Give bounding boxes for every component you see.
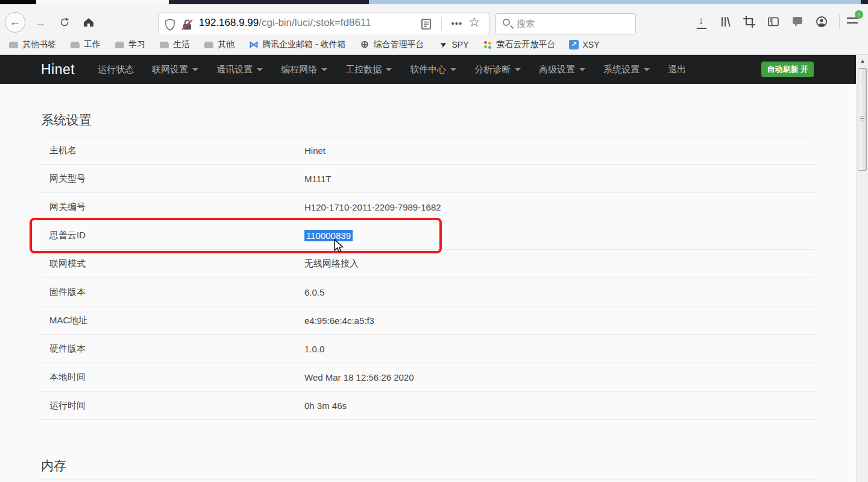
- search-icon: [503, 19, 510, 26]
- table-row: 联网模式 无线网络接入: [41, 250, 815, 278]
- folder-icon: [115, 40, 125, 49]
- nav-menu-item[interactable]: 分析诊断: [474, 64, 521, 75]
- bookmark-item[interactable]: 其他书签: [8, 39, 56, 50]
- nav-menu-label: 软件中心: [410, 64, 446, 75]
- sidebar-icon: [767, 16, 779, 27]
- reload-button[interactable]: [54, 12, 75, 33]
- nav-menu-item[interactable]: 退出: [668, 64, 686, 75]
- row-value-text[interactable]: Hinet: [304, 145, 326, 156]
- account-icon: [816, 16, 828, 28]
- url-fade: [357, 14, 423, 33]
- bookmark-label: 生活: [173, 39, 190, 50]
- row-value-text[interactable]: 无线网络接入: [304, 258, 359, 268]
- system-info-table: 主机名 Hinet 网关型号 M111T 网关编号 H120-1710-2011…: [41, 136, 815, 420]
- row-value-text[interactable]: Wed Mar 18 12:56:26 2020: [304, 372, 414, 382]
- nav-menu-item[interactable]: 系统设置: [603, 64, 650, 75]
- row-label: 本地时间: [49, 372, 304, 383]
- site-navbar: Hinet 运行状态 联网设置 通讯设置 编程网络 工控数据 软件中心: [0, 55, 856, 84]
- urlbar-divider: [441, 17, 442, 31]
- scrollbar-thumb[interactable]: [858, 68, 867, 171]
- spy-icon: [438, 40, 448, 49]
- bookmark-item[interactable]: 生活: [159, 39, 190, 50]
- toolbar-divider: [839, 14, 840, 29]
- insecure-lock-icon[interactable]: [181, 19, 194, 31]
- bookmark-star-icon[interactable]: ☆: [468, 14, 480, 30]
- nav-menu-item[interactable]: 运行状态: [98, 64, 134, 75]
- table-row: 硬件版本 1.0.0: [41, 335, 815, 363]
- globe-icon: [359, 40, 370, 49]
- row-label: 联网模式: [49, 258, 304, 270]
- bookmark-item[interactable]: SPY: [438, 40, 468, 49]
- bookmark-item[interactable]: 工作: [70, 39, 101, 50]
- folder-icon: [70, 40, 80, 49]
- row-label: 思普云ID: [49, 230, 304, 241]
- library-button[interactable]: [717, 14, 733, 30]
- app-menu-button[interactable]: ↑: [845, 14, 861, 30]
- back-button[interactable]: ←: [5, 12, 25, 33]
- nav-menu-item[interactable]: 联网设置: [152, 64, 198, 75]
- nav-menu-item[interactable]: 通讯设置: [216, 64, 263, 75]
- row-value-text[interactable]: 0h 3m 46s: [304, 401, 347, 411]
- nav-menu-item[interactable]: 编程网络: [281, 64, 327, 75]
- messenger-button[interactable]: [790, 14, 805, 30]
- sidebars-button[interactable]: [766, 14, 781, 30]
- row-value-text[interactable]: 1.0.0: [304, 344, 324, 354]
- nav-menu-item[interactable]: 软件中心: [410, 64, 456, 75]
- row-label: MAC地址: [49, 315, 304, 326]
- row-value-text[interactable]: 6.0.5: [304, 287, 324, 297]
- row-value-text[interactable]: M111T: [304, 174, 331, 184]
- search-box[interactable]: 搜索: [495, 13, 636, 34]
- bookmark-item[interactable]: 其他: [204, 39, 234, 50]
- url-bar[interactable]: 192.168.9.99/cgi-bin/luci/;stok=fd8611 •…: [159, 13, 489, 35]
- bookmark-item[interactable]: 腾讯企业邮箱 - 收件箱: [248, 39, 345, 50]
- tracking-shield-icon[interactable]: [165, 19, 175, 31]
- screenshot-button[interactable]: [741, 14, 757, 30]
- browser-toolbar: ← → 192.168.9.99/cgi-bin/luci/;stok=fd86…: [0, 4, 868, 34]
- row-value-text[interactable]: e4:95:6e:4c:a5:f3: [304, 316, 374, 326]
- reader-mode-icon[interactable]: [421, 18, 432, 30]
- url-host: 192.168.9.99: [199, 17, 259, 28]
- row-value-text[interactable]: H120-1710-2011-2209-7989-1682: [304, 202, 441, 212]
- scrollbar-up-arrow[interactable]: ▲: [858, 56, 867, 66]
- row-value: 无线网络接入: [304, 258, 815, 270]
- account-button[interactable]: [814, 14, 829, 30]
- nav-menu-item[interactable]: 高级设置: [539, 64, 585, 75]
- brand-logo[interactable]: Hinet: [41, 62, 75, 78]
- table-row: 主机名 Hinet: [41, 136, 815, 165]
- update-badge-icon: ↑: [855, 10, 863, 19]
- row-value: M111T: [304, 174, 815, 184]
- home-button[interactable]: [78, 12, 99, 33]
- bookmark-label: SPY: [451, 40, 468, 49]
- auto-refresh-toggle[interactable]: 自动刷新 开: [761, 62, 814, 77]
- bookmark-item[interactable]: 学习: [115, 39, 145, 50]
- nav-menu-item[interactable]: 工控数据: [345, 64, 392, 75]
- nav-menu-label: 工控数据: [345, 64, 382, 75]
- row-value: 0h 3m 46s: [304, 401, 815, 411]
- row-label: 网关型号: [49, 173, 304, 185]
- row-label: 主机名: [49, 145, 304, 156]
- folder-icon: [204, 40, 214, 49]
- bookmark-label: 萤石云开放平台: [496, 39, 555, 50]
- download-icon: ↓: [699, 16, 704, 26]
- table-row: 本地时间 Wed Mar 18 12:56:26 2020: [41, 363, 815, 392]
- nav-menu-label: 分析诊断: [474, 64, 511, 75]
- table-row: 运行时间 0h 3m 46s: [41, 392, 815, 420]
- bookmark-item[interactable]: 萤石云开放平台: [482, 39, 555, 50]
- nav-menu-label: 退出: [668, 64, 686, 75]
- bookmark-label: 学习: [128, 39, 145, 50]
- nav-menu-label: 编程网络: [281, 64, 317, 75]
- nav-menu-label: 联网设置: [152, 64, 188, 75]
- row-value: e4:95:6e:4c:a5:f3: [304, 316, 815, 326]
- page-actions-button[interactable]: •••: [448, 16, 466, 31]
- downloads-button[interactable]: ↓: [693, 14, 709, 30]
- forward-button[interactable]: →: [30, 12, 51, 33]
- active-tab-edge: [36, 0, 169, 4]
- bookmark-item[interactable]: XSY: [569, 40, 599, 49]
- bookmark-item[interactable]: 综合管理平台: [359, 39, 424, 50]
- row-value-text[interactable]: 110000839: [304, 230, 353, 241]
- bookmarks-bar: 其他书签 工作 学习 生活 其他 腾讯企业邮箱 - 收件箱 综合管理平台: [0, 34, 868, 55]
- page-scrollbar[interactable]: ▲: [856, 55, 868, 482]
- nav-menu-label: 高级设置: [539, 64, 575, 75]
- row-value: Hinet: [304, 145, 815, 156]
- row-value: Wed Mar 18 12:56:26 2020: [304, 372, 815, 382]
